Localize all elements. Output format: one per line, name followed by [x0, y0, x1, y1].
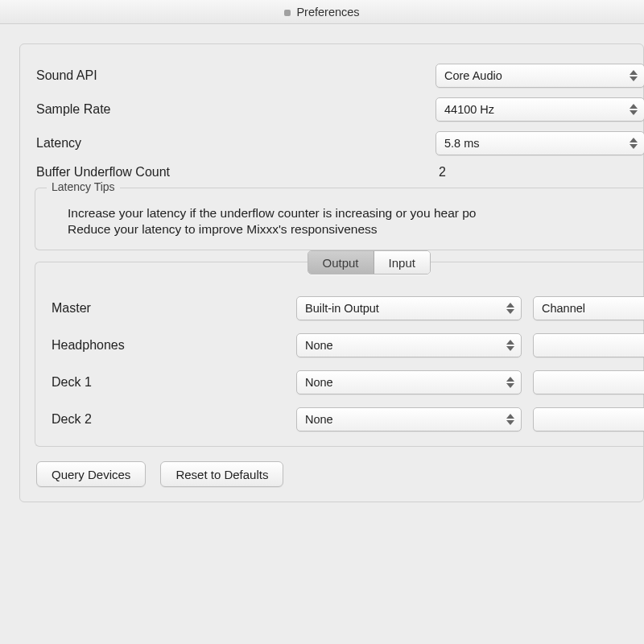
deck1-device-select[interactable]: None [296, 370, 522, 394]
reset-defaults-button[interactable]: Reset to Defaults [160, 461, 283, 487]
query-devices-button[interactable]: Query Devices [36, 461, 146, 487]
deck1-label: Deck 1 [52, 375, 285, 390]
deck2-device-select[interactable]: None [296, 407, 522, 431]
deck1-channel-select[interactable] [533, 370, 644, 394]
titlebar-dot-icon [284, 10, 291, 16]
io-group: Output Input Master Built-in Output [35, 262, 643, 447]
latency-tips-group: Latency Tips Increase your latency if th… [35, 188, 643, 250]
headphones-channel-select[interactable] [533, 333, 644, 357]
sound-api-label: Sound API [36, 68, 423, 83]
tab-input[interactable]: Input [374, 251, 430, 274]
io-tabs: Output Input [308, 250, 431, 275]
latency-select[interactable]: 5.8 ms [436, 131, 644, 155]
underflow-value: 2 [436, 165, 446, 179]
master-device-select[interactable]: Built-in Output [296, 296, 522, 320]
deck2-channel-select[interactable] [533, 407, 644, 431]
window-title: Preferences [296, 6, 359, 19]
latency-tip-1: Increase your latency if the underflow c… [68, 206, 637, 221]
body: Sound API Core Audio Sample Rate [0, 24, 644, 522]
deck2-label: Deck 2 [52, 412, 285, 427]
underflow-label: Buffer Underflow Count [36, 165, 423, 180]
sound-api-select-wrap: Core Audio [436, 64, 644, 88]
headphones-label: Headphones [52, 338, 285, 353]
master-channel-select[interactable]: Channel [533, 296, 644, 320]
headphones-device-select[interactable]: None [296, 333, 522, 357]
latency-tips-legend: Latency Tips [47, 180, 120, 193]
titlebar: Preferences [0, 0, 644, 24]
preferences-window: Preferences Sound API Core Audio [0, 0, 644, 644]
sample-rate-select[interactable]: 44100 Hz [436, 97, 644, 122]
sample-rate-select-wrap: 44100 Hz [436, 97, 644, 122]
sound-api-select[interactable]: Core Audio [436, 64, 644, 88]
sample-rate-label: Sample Rate [36, 102, 423, 117]
master-label: Master [52, 301, 285, 316]
latency-label: Latency [36, 136, 423, 151]
sound-settings-panel: Sound API Core Audio Sample Rate [19, 43, 644, 502]
latency-tip-2: Reduce your latency to improve Mixxx's r… [68, 222, 637, 237]
latency-select-wrap: 5.8 ms [436, 131, 644, 155]
tab-output[interactable]: Output [308, 251, 374, 274]
